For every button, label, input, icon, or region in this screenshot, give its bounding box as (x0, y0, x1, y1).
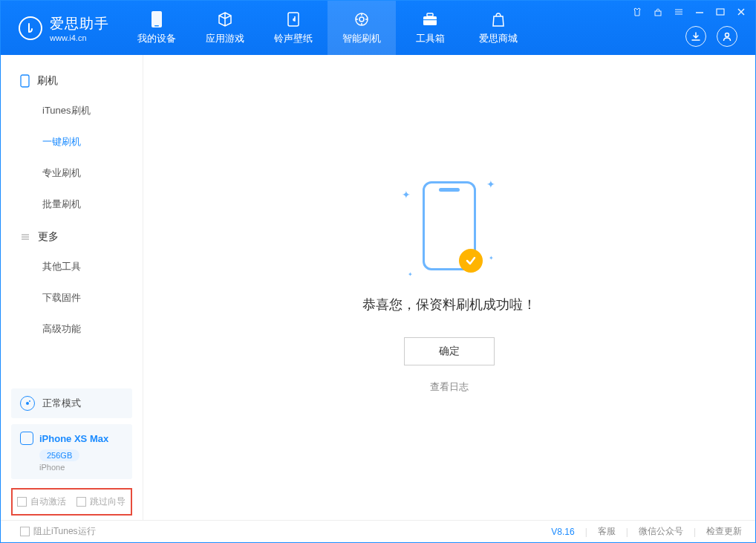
sidebar-item-batch-flash[interactable]: 批量刷机 (1, 189, 143, 220)
svg-rect-11 (717, 9, 724, 15)
mode-label: 正常模式 (42, 397, 81, 410)
checkbox-icon (76, 497, 86, 507)
status-bar: 阻止iTunes运行 V8.16 | 客服 | 微信公众号 | 检查更新 (1, 520, 755, 542)
device-mode-box[interactable]: 正常模式 (11, 388, 132, 418)
device-info-box[interactable]: iPhone XS Max 256GB iPhone (11, 424, 132, 479)
nav-tab-my-device[interactable]: 我的设备 (123, 1, 191, 55)
sidebar-item-download-firmware[interactable]: 下载固件 (1, 282, 143, 313)
nav-tab-apps-games[interactable]: 应用游戏 (191, 1, 259, 55)
wechat-link[interactable]: 微信公众号 (639, 525, 683, 538)
nav-tab-toolbox[interactable]: 工具箱 (396, 1, 464, 55)
app-subtitle: www.i4.cn (50, 33, 109, 42)
nav-tab-ringtones-wallpapers[interactable]: 铃声壁纸 (259, 1, 328, 55)
sidebar-item-one-click-flash[interactable]: 一键刷机 (1, 126, 143, 157)
nav-label: 工具箱 (416, 32, 445, 45)
device-type: iPhone (39, 463, 123, 472)
sparkle-icon: ✦ (489, 255, 494, 261)
header-action-icons (685, 26, 737, 47)
close-button[interactable] (734, 5, 748, 19)
nav-label: 我的设备 (137, 32, 176, 45)
checkbox-skip-guide[interactable]: 跳过向导 (76, 495, 126, 508)
app-header: 爱思助手 www.i4.cn 我的设备 应用游戏 铃声壁纸 智能刷机 工具箱 爱… (1, 1, 755, 55)
svg-point-0 (28, 23, 30, 25)
check-badge-icon (459, 249, 483, 273)
nav-tab-store[interactable]: 爱思商城 (464, 1, 532, 55)
success-message: 恭喜您，保资料刷机成功啦！ (362, 296, 536, 313)
checkbox-block-itunes[interactable]: 阻止iTunes运行 (20, 525, 96, 538)
section-title: 刷机 (37, 74, 58, 88)
app-logo-icon (19, 16, 42, 40)
maximize-button[interactable] (714, 5, 727, 19)
nav-label: 应用游戏 (206, 32, 244, 45)
svg-rect-8 (423, 19, 437, 20)
sidebar-item-itunes-flash[interactable]: iTunes刷机 (1, 95, 143, 126)
phone-outline-icon (20, 74, 30, 88)
download-icon[interactable] (685, 26, 706, 47)
phone-icon (148, 10, 166, 28)
window-controls (630, 5, 748, 19)
cube-icon (216, 10, 234, 28)
svg-point-9 (726, 33, 729, 37)
sidebar-section-flash: 刷机 (1, 64, 143, 95)
checkbox-icon (17, 497, 27, 507)
svg-rect-10 (655, 11, 661, 16)
sparkle-icon: ✦ (486, 178, 495, 190)
separator: | (585, 527, 587, 537)
footer-right: V8.16 | 客服 | 微信公众号 | 检查更新 (551, 525, 742, 538)
sparkle-icon: ✦ (408, 271, 413, 278)
section-title: 更多 (38, 230, 59, 244)
svg-rect-12 (21, 75, 29, 87)
separator: | (694, 527, 696, 537)
toolbox-icon (421, 10, 439, 28)
list-icon (20, 232, 30, 242)
sidebar-item-advanced[interactable]: 高级功能 (1, 313, 143, 345)
storage-badge: 256GB (39, 449, 79, 461)
main-content: ✦ ✦ ✦ ✦ 恭喜您，保资料刷机成功啦！ 确定 查看日志 (143, 55, 755, 520)
nav-tab-smart-flash[interactable]: 智能刷机 (328, 1, 396, 55)
sidebar-bottom: 正常模式 iPhone XS Max 256GB iPhone (1, 381, 143, 488)
nav-label: 铃声壁纸 (274, 32, 313, 45)
app-title: 爱思助手 (50, 14, 109, 33)
checkbox-label: 阻止iTunes运行 (33, 525, 96, 538)
flash-options-highlighted: 自动激活 跳过向导 (11, 488, 132, 516)
sparkle-icon: ✦ (402, 189, 411, 201)
checkbox-label: 自动激活 (30, 495, 66, 508)
nav-label: 智能刷机 (342, 32, 381, 45)
nav-tabs: 我的设备 应用游戏 铃声壁纸 智能刷机 工具箱 爱思商城 (123, 1, 532, 55)
sidebar-item-other-tools[interactable]: 其他工具 (1, 251, 143, 282)
view-log-link[interactable]: 查看日志 (430, 380, 469, 394)
svg-point-14 (29, 400, 30, 402)
separator: | (626, 527, 628, 537)
body-area: 刷机 iTunes刷机 一键刷机 专业刷机 批量刷机 更多 其他工具 下载固件 … (1, 55, 755, 520)
sidebar: 刷机 iTunes刷机 一键刷机 专业刷机 批量刷机 更多 其他工具 下载固件 … (1, 55, 143, 520)
checkbox-icon (20, 527, 30, 536)
svg-point-5 (359, 17, 364, 22)
ok-button[interactable]: 确定 (404, 337, 495, 365)
svg-rect-6 (423, 16, 437, 25)
version-label: V8.16 (551, 527, 574, 537)
svg-rect-7 (427, 13, 433, 16)
music-file-icon (284, 10, 302, 28)
nav-label: 爱思商城 (479, 32, 518, 45)
checkbox-label: 跳过向导 (90, 495, 126, 508)
gear-shield-icon (353, 10, 371, 28)
checkbox-auto-activate[interactable]: 自动激活 (17, 495, 66, 508)
svg-rect-2 (154, 25, 159, 27)
sidebar-section-more: 更多 (1, 220, 143, 251)
check-update-link[interactable]: 检查更新 (706, 525, 742, 538)
menu-icon[interactable] (672, 5, 685, 19)
success-illustration: ✦ ✦ ✦ ✦ (423, 181, 476, 296)
minimize-button[interactable] (693, 5, 706, 19)
sidebar-item-pro-flash[interactable]: 专业刷机 (1, 157, 143, 189)
svg-rect-1 (151, 11, 162, 27)
svg-point-13 (26, 402, 29, 405)
support-link[interactable]: 客服 (598, 525, 616, 538)
lock-icon[interactable] (651, 5, 665, 19)
phone-illustration-icon (423, 181, 476, 270)
shopping-bag-icon (489, 10, 507, 28)
device-name: iPhone XS Max (39, 433, 108, 444)
user-icon[interactable] (717, 26, 737, 47)
logo-area: 爱思助手 www.i4.cn (1, 14, 123, 42)
device-icon (20, 432, 33, 445)
shirt-icon[interactable] (630, 5, 644, 19)
